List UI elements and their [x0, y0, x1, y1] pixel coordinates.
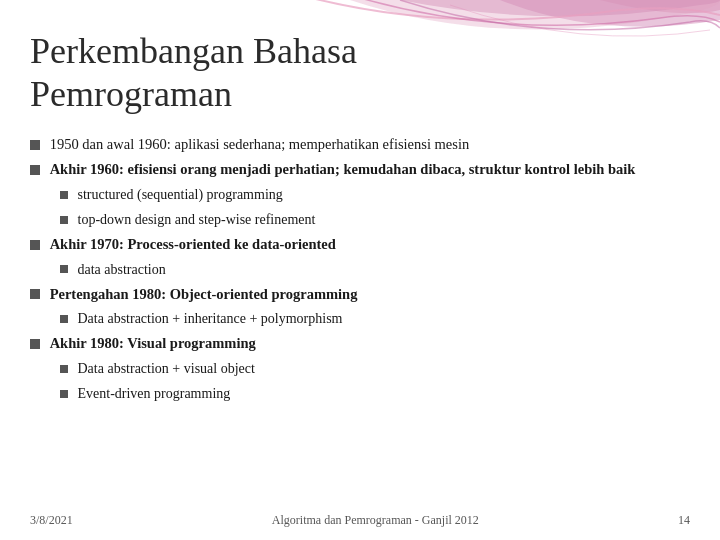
list-item: Data abstraction + inheritance + polymor… [30, 308, 690, 329]
footer-page: 14 [678, 513, 690, 528]
bullet-icon [60, 191, 68, 199]
bullet-icon [60, 315, 68, 323]
bullet-icon [60, 216, 68, 224]
bullet-icon [60, 390, 68, 398]
list-item: Akhir 1970: Process-oriented ke data-ori… [30, 234, 690, 256]
bullet-icon [60, 265, 68, 273]
bullet-icon [30, 165, 40, 175]
bullet-icon [30, 140, 40, 150]
slide-title: Perkembangan Bahasa Pemrograman [30, 30, 690, 116]
bullet-icon [60, 365, 68, 373]
list-item: Event-driven programming [30, 383, 690, 404]
list-item: data abstraction [30, 259, 690, 280]
footer: 3/8/2021 Algoritma dan Pemrograman - Gan… [0, 513, 720, 528]
list-item: Pertengahan 1980: Object-oriented progra… [30, 284, 690, 306]
list-item: Data abstraction + visual object [30, 358, 690, 379]
list-item: 1950 dan awal 1960: aplikasi sederhana; … [30, 134, 690, 156]
list-item: structured (sequential) programming [30, 184, 690, 205]
bullet-icon [30, 339, 40, 349]
bullet-icon [30, 240, 40, 250]
bullet-list: 1950 dan awal 1960: aplikasi sederhana; … [30, 134, 690, 404]
bullet-icon [30, 289, 40, 299]
footer-center: Algoritma dan Pemrograman - Ganjil 2012 [272, 513, 479, 528]
main-content: Perkembangan Bahasa Pemrograman 1950 dan… [0, 0, 720, 428]
list-item: Akhir 1980: Visual programming [30, 333, 690, 355]
footer-date: 3/8/2021 [30, 513, 73, 528]
list-item: top-down design and step-wise refinement [30, 209, 690, 230]
list-item: Akhir 1960: efisiensi orang menjadi perh… [30, 159, 690, 181]
